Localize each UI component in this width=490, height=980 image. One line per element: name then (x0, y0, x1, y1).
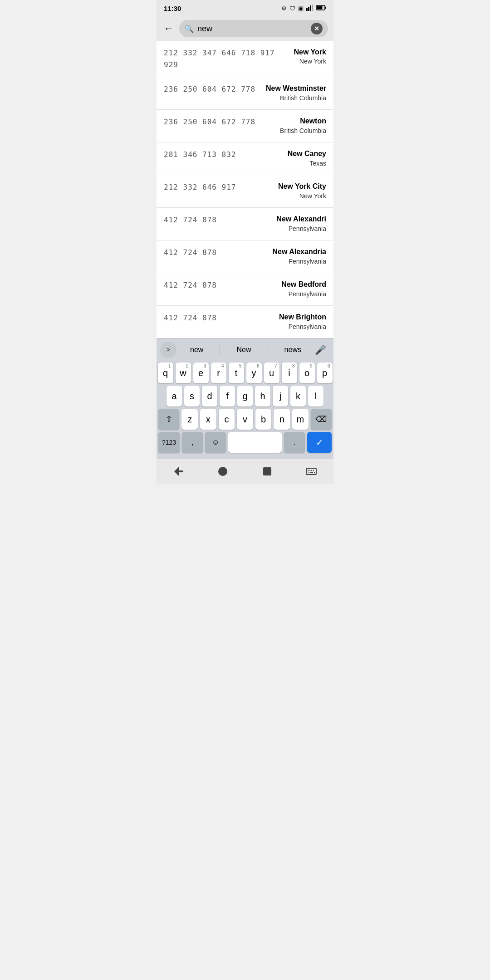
key-b[interactable]: b (255, 409, 272, 430)
clear-button[interactable]: ✕ (311, 23, 323, 34)
key-letter: s (190, 392, 194, 401)
key-t[interactable]: 5t (229, 363, 244, 383)
svg-rect-10 (306, 468, 316, 475)
key-e[interactable]: 3e (193, 363, 209, 383)
list-item[interactable]: 412 724 878 New Alexandria Pennsylvania (157, 240, 333, 273)
space-key[interactable] (228, 432, 282, 453)
result-codes: 236 250 604 672 778 (164, 116, 280, 136)
sym-key[interactable]: ?123 (158, 432, 180, 453)
back-button[interactable]: ← (162, 21, 176, 36)
result-state: British Columbia (266, 94, 326, 103)
key-u[interactable]: 7u (264, 363, 279, 383)
suggestion-word-1[interactable]: new (186, 344, 207, 356)
key-r[interactable]: 4r (211, 363, 226, 383)
key-number: 4 (221, 364, 224, 368)
status-icons: ⚙ 🛡 ▣ (281, 5, 326, 12)
result-location: New Alexandri Pennsylvania (276, 214, 326, 234)
key-x[interactable]: x (200, 409, 216, 430)
search-input-wrap[interactable]: 🔍 ✕ (179, 20, 328, 37)
svg-rect-16 (310, 472, 313, 473)
key-f[interactable]: f (220, 386, 235, 407)
key-letter: m (297, 415, 304, 424)
key-letter: n (279, 415, 284, 424)
key-letter: t (235, 368, 238, 377)
result-city: New Westminster (266, 83, 326, 93)
key-o[interactable]: 9o (299, 363, 315, 383)
result-state: Pennsylvania (272, 257, 326, 266)
svg-rect-11 (308, 470, 309, 471)
divider-2 (268, 344, 268, 355)
key-n[interactable]: n (274, 409, 290, 430)
result-city: New York City (278, 181, 326, 191)
key-g[interactable]: g (237, 386, 253, 407)
key-p[interactable]: 0p (317, 363, 333, 383)
key-d[interactable]: d (202, 386, 217, 407)
result-city: New Alexandria (272, 247, 326, 257)
keyboard-row-1: 1q2w3e4r5t6y7u8i9o0p (158, 363, 332, 383)
key-m[interactable]: m (292, 409, 309, 430)
result-location: Newton British Columbia (280, 116, 326, 136)
enter-key[interactable]: ✓ (307, 432, 332, 453)
key-s[interactable]: s (184, 386, 200, 407)
divider-1 (220, 344, 220, 355)
key-letter: o (304, 368, 309, 377)
list-item[interactable]: 212 332 347 646 718 917 929 New York New… (157, 41, 333, 77)
nav-back-button[interactable] (172, 465, 186, 478)
list-item[interactable]: 412 724 878 New Alexandri Pennsylvania (157, 208, 333, 240)
key-letter: r (217, 368, 220, 377)
result-city: New Brighton (279, 312, 326, 322)
key-v[interactable]: v (237, 409, 253, 430)
nav-keyboard-button[interactable] (304, 465, 318, 478)
key-z[interactable]: z (181, 409, 198, 430)
key-q[interactable]: 1q (158, 363, 173, 383)
key-j[interactable]: j (273, 386, 288, 407)
key-y[interactable]: 6y (246, 363, 262, 383)
search-icon: 🔍 (185, 24, 194, 33)
list-item[interactable]: 236 250 604 672 778 Newton British Colum… (157, 110, 333, 142)
result-codes: 236 250 604 672 778 (164, 83, 266, 103)
backspace-key[interactable]: ⌫ (311, 409, 332, 430)
svg-rect-2 (310, 5, 311, 11)
key-c[interactable]: c (219, 409, 235, 430)
key-h[interactable]: h (255, 386, 270, 407)
list-item[interactable]: 412 724 878 New Bedford Pennsylvania (157, 273, 333, 306)
suggestion-word-3[interactable]: news (281, 344, 305, 356)
key-l[interactable]: l (308, 386, 323, 407)
key-number: 5 (239, 364, 242, 368)
nav-recents-button[interactable] (260, 465, 274, 478)
shift-key[interactable]: ⇧ (158, 409, 179, 430)
key-letter: l (315, 392, 317, 401)
key-k[interactable]: k (290, 386, 306, 407)
nav-home-button[interactable] (216, 465, 230, 478)
key-a[interactable]: a (167, 386, 182, 407)
result-codes: 212 332 347 646 718 917 929 (164, 47, 294, 70)
result-city: New York (294, 47, 326, 57)
key-letter: k (296, 392, 300, 401)
emoji-key[interactable]: ☺ (205, 432, 226, 453)
suggestion-word-2[interactable]: New (233, 344, 255, 356)
search-input[interactable] (197, 24, 307, 34)
suggestions-expand-button[interactable]: > (160, 342, 176, 358)
key-number: 9 (310, 364, 313, 368)
list-item[interactable]: 281 346 713 832 New Caney Texas (157, 142, 333, 175)
key-letter: i (288, 368, 290, 377)
svg-rect-13 (311, 470, 312, 471)
result-state: British Columbia (280, 127, 326, 136)
list-item[interactable]: 412 724 878 New Brighton Pennsylvania (157, 306, 333, 338)
svg-rect-0 (306, 8, 308, 11)
key-letter: j (279, 392, 281, 401)
result-codes: 412 724 878 (164, 214, 276, 234)
period-key[interactable]: . (284, 432, 305, 453)
list-item[interactable]: 236 250 604 672 778 New Westminster Brit… (157, 77, 333, 110)
key-i[interactable]: 8i (282, 363, 297, 383)
mic-icon[interactable]: 🎤 (311, 343, 330, 357)
key-letter: a (172, 392, 176, 401)
key-w[interactable]: 2w (176, 363, 191, 383)
list-item[interactable]: 212 332 646 917 New York City New York (157, 175, 333, 208)
comma-key[interactable]: , (182, 432, 203, 453)
period-label: . (294, 439, 295, 446)
result-codes: 212 332 646 917 (164, 181, 278, 201)
sim-icon: ▣ (298, 5, 304, 12)
svg-rect-6 (325, 6, 326, 9)
suggestion-words: new New news (180, 344, 311, 356)
